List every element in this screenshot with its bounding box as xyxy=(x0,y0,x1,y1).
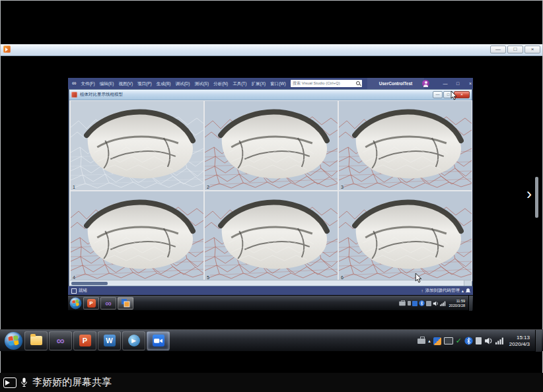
start-button[interactable] xyxy=(4,331,23,350)
taskbar-visual-studio[interactable]: ∞ xyxy=(49,331,72,350)
menu-view[interactable]: 视图(V) xyxy=(118,78,133,89)
menu-edit[interactable]: 编辑(E) xyxy=(100,78,114,89)
horizontal-scrollbar[interactable] xyxy=(70,280,471,286)
remote-taskbar: P ∞ 11:59 2020/3/28 xyxy=(68,295,473,310)
maximize-button[interactable]: □ xyxy=(507,46,523,53)
viewer-close-button[interactable]: × xyxy=(454,91,470,98)
meeting-app-icon xyxy=(3,46,11,53)
share-presenter-label: 李娇娇的屏幕共享 xyxy=(32,376,112,389)
taskbar-powerpoint[interactable]: P xyxy=(73,331,96,350)
menu-file[interactable]: 文件(F) xyxy=(81,78,94,89)
tray-netdisk-icon[interactable] xyxy=(412,301,417,306)
visual-studio-menubar: 文件(F) 编辑(E) 视图(V) 项目(P) 生成(B) 调试(D) 测试(S… xyxy=(81,78,305,89)
menu-build[interactable]: 生成(B) xyxy=(157,78,171,89)
winforms-app-icon xyxy=(121,298,130,308)
menu-extensions[interactable]: 扩展(X) xyxy=(251,78,266,89)
remote-start-button[interactable] xyxy=(69,297,82,310)
network-signal-icon[interactable] xyxy=(495,337,504,344)
ready-icon xyxy=(71,288,77,294)
screen-share-icon[interactable] xyxy=(3,377,17,388)
remote-date: 2020/3/28 xyxy=(449,304,465,308)
word-icon: W xyxy=(104,335,116,346)
panel-label: 4 xyxy=(73,275,75,280)
menu-tools[interactable]: 工具(T) xyxy=(233,78,246,89)
meeting-app-icon xyxy=(153,335,164,346)
shared-remote-desktop: ∞ 文件(F) 编辑(E) 视图(V) 项目(P) 生成(B) 调试(D) 测试… xyxy=(68,78,473,310)
remote-clock[interactable]: 11:59 2020/3/28 xyxy=(447,299,467,308)
microphone-icon[interactable] xyxy=(20,377,28,387)
mesh-panel-3[interactable]: 3 xyxy=(339,101,472,190)
remote-taskbar-winforms-app[interactable] xyxy=(118,297,133,310)
clock[interactable]: 15:13 2020/4/3 xyxy=(507,335,532,348)
system-tray: ▴ ✓ 15:13 2020/4/3 xyxy=(417,330,543,352)
tray-clipboard-icon[interactable] xyxy=(476,337,482,344)
menu-debug[interactable]: 调试(D) xyxy=(175,78,190,89)
bluetooth-icon[interactable] xyxy=(419,300,425,306)
volume-icon[interactable] xyxy=(484,337,493,344)
time: 15:13 xyxy=(509,335,530,341)
vs-minimize-button[interactable]: — xyxy=(439,78,451,89)
taskbar-media-player[interactable]: ▶ xyxy=(122,331,145,350)
tray-antivirus-icon[interactable]: ✓ xyxy=(456,337,462,344)
hidden-icons-caret[interactable]: ▴ xyxy=(428,339,431,344)
menu-test[interactable]: 测试(S) xyxy=(194,78,209,89)
viewer-titlebar[interactable]: 植体对比显示线框模型 — □ × xyxy=(69,90,472,100)
viewer-minimize-button[interactable]: — xyxy=(433,91,443,98)
remote-system-tray: 11:59 2020/3/28 xyxy=(398,296,473,311)
tray-display-icon[interactable] xyxy=(444,337,453,344)
show-desktop-button[interactable] xyxy=(535,330,542,352)
tray-briefcase-icon[interactable] xyxy=(417,339,425,344)
tray-app-icon[interactable] xyxy=(408,301,411,306)
visual-studio-icon: ∞ xyxy=(56,335,64,346)
mesh-panel-5[interactable]: 5 xyxy=(205,191,338,280)
visual-studio-logo-icon: ∞ xyxy=(72,78,76,89)
local-taskbar: ∞ P W ▶ ▴ ✓ 15:13 2020/4/3 xyxy=(0,329,543,351)
remote-show-desktop-button[interactable] xyxy=(468,296,472,311)
visual-studio-titlebar: ∞ 文件(F) 编辑(E) 视图(V) 项目(P) 生成(B) 调试(D) 测试… xyxy=(68,78,473,89)
notification-bell-icon[interactable] xyxy=(466,288,470,294)
tray-briefcase-icon[interactable] xyxy=(399,301,406,305)
tooth-mesh-image xyxy=(339,101,472,190)
explorer-icon xyxy=(30,336,42,345)
minimize-button[interactable]: — xyxy=(490,46,506,53)
menu-project[interactable]: 项目(P) xyxy=(137,78,152,89)
bluetooth-icon[interactable] xyxy=(464,337,473,345)
tooth-mesh-image xyxy=(205,191,338,280)
taskbar-word[interactable]: W xyxy=(98,331,121,350)
scrollbar-thumb[interactable] xyxy=(71,282,108,285)
close-button[interactable]: × xyxy=(525,46,540,53)
wireframe-viewer-window: 植体对比显示线框模型 — □ × 1 2 3 xyxy=(69,89,472,286)
menu-analyze[interactable]: 分析(N) xyxy=(213,78,228,89)
add-to-source-control-button[interactable]: 添加到源代码管理 xyxy=(425,288,460,294)
vs-restore-button[interactable]: □ xyxy=(452,78,464,89)
mesh-panel-6[interactable]: 6 xyxy=(339,191,472,280)
tooth-mesh-image xyxy=(71,101,203,190)
remote-taskbar-visual-studio[interactable]: ∞ xyxy=(100,297,116,310)
taskbar-explorer[interactable] xyxy=(24,331,48,350)
tooth-mesh-image xyxy=(205,101,338,190)
tray-graphics-icon[interactable] xyxy=(433,337,441,345)
vs-search-placeholder: 搜索 Visual Studio (Ctrl+Q) xyxy=(291,81,355,86)
tray-usb-icon[interactable] xyxy=(426,301,431,306)
mesh-panel-grid: 1 2 3 4 5 xyxy=(70,100,472,281)
mesh-panel-2[interactable]: 2 xyxy=(205,101,338,190)
menu-window[interactable]: 窗口(W) xyxy=(270,78,285,89)
viewer-restore-button[interactable]: □ xyxy=(443,91,453,98)
remote-taskbar-powerpoint[interactable]: P xyxy=(83,297,99,310)
edge-scroll-strip[interactable] xyxy=(535,177,538,218)
vs-account-avatar[interactable] xyxy=(422,80,429,87)
expand-panel-chevron[interactable]: › xyxy=(526,186,532,202)
viewer-window-controls: — □ × xyxy=(433,91,470,98)
panel-label: 5 xyxy=(207,275,209,280)
powerpoint-icon: P xyxy=(79,335,91,346)
vs-search-box[interactable]: 搜索 Visual Studio (Ctrl+Q) xyxy=(291,80,362,87)
mesh-panel-4[interactable]: 4 xyxy=(71,191,203,280)
powerpoint-icon: P xyxy=(87,299,96,308)
vs-close-button[interactable]: × xyxy=(464,78,476,89)
resize-grip[interactable] xyxy=(464,280,471,286)
network-signal-icon[interactable] xyxy=(440,301,446,306)
mesh-panel-1[interactable]: 1 xyxy=(71,101,203,190)
volume-icon[interactable] xyxy=(433,301,439,306)
taskbar-meeting-app[interactable] xyxy=(147,331,170,350)
solution-name-label: UserControlTest xyxy=(367,78,424,89)
